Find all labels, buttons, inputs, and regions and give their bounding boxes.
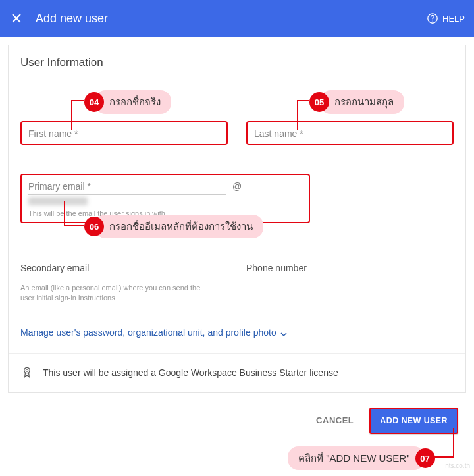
annotation-06-connector-v — [64, 201, 65, 226]
license-text: This user will be assigned a Google Work… — [43, 367, 338, 378]
cancel-button[interactable]: CANCEL — [313, 410, 356, 431]
panel-heading: User Information — [9, 45, 465, 80]
help-button[interactable]: HELP — [427, 13, 465, 24]
secondary-email-label: Secondary email — [20, 263, 228, 278]
annotation-06-connector-h — [65, 225, 84, 226]
svg-point-5 — [26, 369, 28, 371]
last-name-label: Last name * — [254, 128, 303, 139]
annotation-04: 04 กรอกชื่อจริง — [84, 90, 171, 114]
dialog-footer: CANCEL ADD NEW USER — [0, 401, 474, 434]
secondary-email-help: An email (like a personal email) where y… — [20, 283, 205, 304]
annotation-05-text: กรอกนามสกุล — [320, 90, 404, 114]
annotation-07-text: คลิกที่ "ADD NEW USER" — [288, 446, 425, 470]
annotation-06-num: 06 — [84, 217, 104, 236]
annotation-05-connector-v — [297, 100, 298, 130]
close-icon[interactable] — [9, 11, 24, 26]
chevron-down-icon — [280, 329, 287, 336]
annotation-07-connector-h — [434, 456, 454, 458]
add-new-user-button[interactable]: ADD NEW USER — [369, 408, 458, 434]
manage-advanced-link[interactable]: Manage user's password, organizational u… — [20, 327, 287, 338]
svg-point-3 — [432, 21, 433, 22]
annotation-06-text: กรอกชื่ออีเมลหลักที่ต้องการใช้งาน — [95, 215, 263, 238]
app-header: Add new user HELP — [0, 0, 474, 37]
annotation-05-num: 05 — [309, 92, 329, 112]
annotation-04-num: 04 — [84, 92, 104, 112]
email-domain-blurred — [28, 197, 88, 205]
manage-link-text: Manage user's password, organizational u… — [20, 327, 276, 338]
page-title: Add new user — [36, 12, 427, 26]
annotation-07-num: 07 — [415, 448, 435, 468]
primary-email-label: Primary email * — [28, 181, 91, 192]
secondary-row: Secondary email An email (like a persona… — [20, 263, 454, 304]
name-row: First name * Last name * — [20, 121, 454, 145]
annotation-05-connector-h — [298, 100, 309, 101]
secondary-email-field[interactable]: Secondary email An email (like a persona… — [20, 263, 228, 304]
phone-field[interactable]: Phone number — [246, 263, 454, 304]
annotation-04-text: กรอกชื่อจริง — [95, 90, 171, 114]
svg-point-4 — [24, 367, 30, 373]
last-name-field[interactable]: Last name * — [246, 121, 454, 145]
annotation-05: 05 กรอกนามสกุล — [309, 90, 404, 114]
annotation-04-connector-h — [72, 100, 84, 101]
at-symbol: @ — [232, 181, 242, 192]
annotation-06: 06 กรอกชื่ออีเมลหลักที่ต้องการใช้งาน — [84, 215, 263, 238]
phone-label: Phone number — [246, 263, 454, 278]
help-label: HELP — [442, 14, 465, 24]
annotation-07: 07 คลิกที่ "ADD NEW USER" — [288, 446, 435, 470]
annotation-04-connector-v — [71, 100, 72, 130]
license-row: This user will be assigned a Google Work… — [9, 353, 465, 392]
watermark: nts.co.th — [445, 462, 470, 469]
first-name-field[interactable]: First name * — [20, 121, 228, 145]
license-badge-icon — [20, 365, 34, 381]
annotation-07-connector-v — [453, 428, 454, 458]
